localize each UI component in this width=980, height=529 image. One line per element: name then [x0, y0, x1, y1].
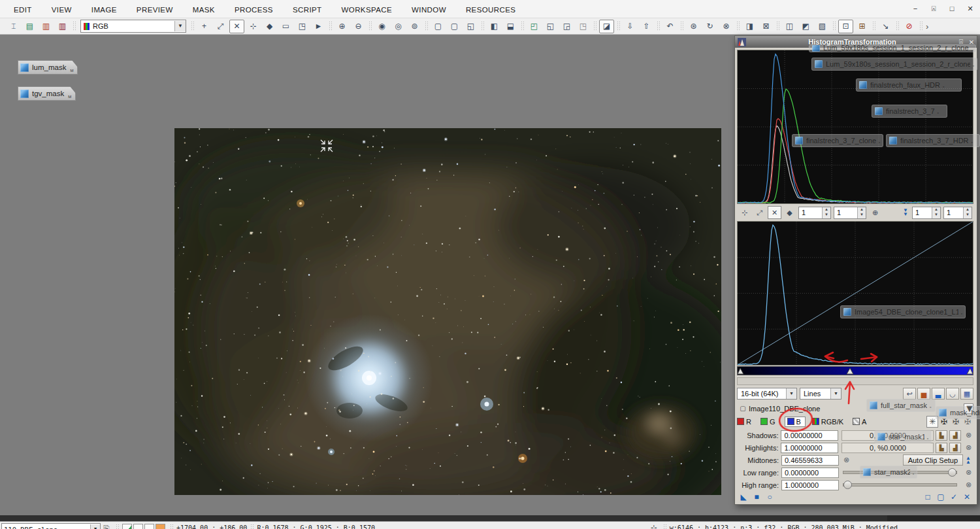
plot-style-dropdown[interactable]: Lines▼ [800, 388, 841, 400]
readout-mode-swatch[interactable] [155, 524, 165, 529]
toolbar-overflow-chevron[interactable]: › [926, 22, 928, 31]
highlights-clip-alt-icon[interactable]: ▟ [949, 443, 961, 453]
menu-workspace[interactable]: WORKSPACE [332, 4, 402, 16]
bit-depth-dropdown[interactable]: 16-bit (64K)▼ [737, 388, 797, 400]
target-hzoom-spinner[interactable]: 1▲▼ [912, 207, 941, 219]
shadows-reset-icon[interactable]: ⊗ [964, 431, 973, 439]
new-preview-icon[interactable]: ▢ [431, 20, 446, 33]
zoom-out-icon[interactable]: ⊖ [351, 20, 366, 33]
mask-edit-icon[interactable]: ◩ [798, 20, 813, 33]
realtime-preview-icon[interactable]: ○ [763, 492, 776, 502]
documentation-icon[interactable]: ▢ [934, 492, 947, 502]
zoom-1-1-icon[interactable]: ◉ [374, 20, 389, 33]
double-down-arrow-icon[interactable]: ▼▼ [903, 209, 908, 216]
hist-track-icon[interactable]: ◆ [783, 206, 796, 219]
image-inspect-icon[interactable]: ◪ [599, 20, 614, 33]
raw-histogram-icon[interactable]: ▅ [917, 388, 930, 400]
close-window-icon[interactable]: ✕ [966, 5, 975, 13]
hist-vzoom-spinner[interactable]: 1▲▼ [834, 207, 866, 219]
edit-preview-mode-icon[interactable]: ◳ [295, 20, 310, 33]
browse-documentation-icon[interactable]: □ [921, 492, 934, 502]
midtones-reset-icon[interactable]: ⊗ [841, 456, 851, 464]
channel-alpha-button[interactable]: A [853, 418, 866, 426]
auto-clip-setup-button[interactable]: Auto Clip Setup [903, 454, 963, 466]
reject-graph-icon[interactable]: ↩ [903, 388, 916, 400]
target-histogram-plot[interactable] [737, 221, 973, 366]
channel-red-button[interactable]: R [737, 418, 751, 426]
menu-edit[interactable]: EDIT [4, 4, 42, 16]
readout-mode-swatch[interactable] [122, 524, 132, 529]
hist-hzoom-spinner[interactable]: 1▲▼ [798, 207, 831, 219]
highlights-reset-icon[interactable]: ⊗ [964, 443, 973, 452]
menu-resources[interactable]: RESOURCES [456, 4, 525, 16]
readout-mode-swatch[interactable] [144, 524, 154, 529]
zoom-fit-icon[interactable]: ◎ [391, 20, 406, 33]
screen-stf-auto-icon[interactable]: ⊞ [855, 20, 870, 33]
channel-blue-button[interactable]: B [785, 417, 806, 427]
output-histogram-icon[interactable]: ▃ [932, 388, 945, 400]
hist-expand-icon[interactable]: ⤢ [753, 206, 766, 219]
select-mode-icon[interactable]: ► [311, 20, 326, 33]
mask-enable-icon[interactable]: ◫ [782, 20, 797, 33]
image-new-icon[interactable]: ◰ [527, 20, 542, 33]
high-range-slider[interactable] [843, 483, 957, 486]
load-image-icon[interactable]: ⇧ [639, 20, 654, 33]
midtones-input[interactable] [781, 455, 839, 466]
expand-mode-icon[interactable]: ⤢ [213, 20, 228, 33]
image-clone-icon[interactable]: ◲ [559, 20, 574, 33]
maximize-window-icon[interactable]: □ [947, 5, 956, 13]
view-checkbox-icon[interactable]: ▢ [737, 405, 749, 412]
menu-preview[interactable]: PREVIEW [127, 4, 183, 16]
readout-mode-swatch[interactable] [133, 524, 143, 529]
mask-show-icon[interactable]: ◨ [742, 20, 757, 33]
rgb-palette-alt-icon[interactable]: ▥ [55, 20, 70, 33]
menu-image[interactable]: IMAGE [82, 4, 127, 16]
new-preview-mode-icon[interactable]: ▭ [278, 20, 293, 33]
channel-green-button[interactable]: G [760, 418, 776, 426]
zoom-in-icon[interactable]: ⊕ [335, 20, 350, 33]
menu-script[interactable]: SCRIPT [283, 4, 332, 16]
image-refresh-icon[interactable]: ↻ [702, 20, 717, 33]
mask-select-icon[interactable]: ▧ [815, 20, 830, 33]
shade-window-icon[interactable]: ⍓ [929, 5, 938, 13]
apply-global-icon[interactable]: ✓ [947, 492, 960, 502]
shadows-midtones-highlights-slider[interactable] [737, 366, 973, 375]
highlights-input[interactable] [781, 443, 838, 453]
mtf-curve-icon[interactable]: ◡ [946, 388, 959, 400]
double-up-arrow-icon[interactable]: ▲▲ [966, 456, 971, 464]
scroll-mode-icon[interactable]: ⊹ [246, 20, 261, 33]
iconized-window-lum-mask[interactable]: lum_mask M [18, 60, 78, 75]
menu-window[interactable]: WINDOW [402, 4, 456, 16]
screen-stf-icon[interactable]: ⊡ [838, 20, 853, 33]
grid-icon[interactable]: ▦ [960, 388, 973, 400]
low-range-reset-icon[interactable]: ⊗ [964, 468, 973, 477]
high-range-reset-icon[interactable]: ⊗ [964, 481, 973, 489]
mask-remove-icon[interactable]: ⊠ [759, 20, 774, 33]
apply-icon[interactable]: ■ [750, 492, 763, 502]
status-view-selector[interactable]: 110_DBE_clone▼ [1, 523, 101, 529]
hist-zoom-icon[interactable]: ⊕ [868, 206, 882, 219]
highlights-clip-icon[interactable]: ▙ [936, 443, 947, 453]
menu-view[interactable]: VIEW [42, 4, 82, 16]
high-range-input[interactable] [781, 480, 839, 490]
pan-mode-icon[interactable]: + [197, 20, 212, 33]
undo-icon[interactable]: ↶ [662, 20, 678, 33]
new-instance-icon[interactable]: ◣ [737, 492, 750, 502]
process-explorer-icon[interactable]: ▤ [22, 20, 37, 33]
reset-icon[interactable]: ✕ [960, 492, 973, 502]
image-edit-icon[interactable]: ◱ [543, 20, 558, 33]
format-explorer-icon[interactable]: ⌶ [6, 20, 21, 33]
fit-window-icon[interactable]: ⬓ [503, 20, 518, 33]
minimize-window-icon[interactable]: − [911, 5, 920, 13]
hist-contract-icon[interactable]: ✕ [768, 206, 781, 219]
shadows-clip-alt-icon[interactable]: ▟ [949, 430, 961, 441]
low-range-input[interactable] [781, 468, 839, 478]
contract-mode-icon[interactable]: ✕ [229, 20, 244, 33]
shadows-input[interactable] [781, 430, 838, 441]
iris-nebula-image[interactable] [174, 128, 721, 495]
histogram-scrollbar[interactable] [737, 377, 973, 385]
image-close-icon[interactable]: ⊗ [719, 20, 734, 33]
clone-preview-icon[interactable]: ▢ [447, 20, 462, 33]
extract-preview-icon[interactable]: ◱ [463, 20, 478, 33]
target-vzoom-spinner[interactable]: 1▲▼ [943, 207, 972, 219]
